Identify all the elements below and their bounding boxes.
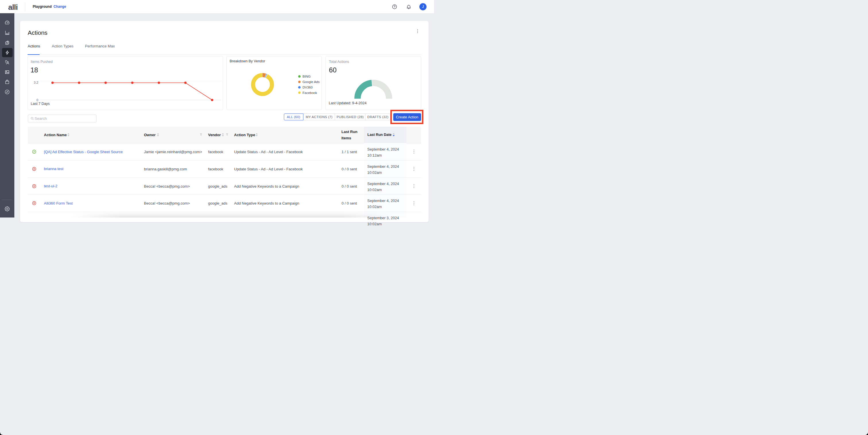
svg-text:3.2: 3.2 (34, 81, 38, 84)
svg-text:Google Ads: Google Ads (303, 80, 320, 84)
svg-text:Facebook: Facebook (303, 91, 317, 94)
svg-text:0: 0 (36, 98, 38, 102)
svg-text:DV360: DV360 (303, 86, 313, 89)
svg-text:BING: BING (303, 75, 311, 78)
